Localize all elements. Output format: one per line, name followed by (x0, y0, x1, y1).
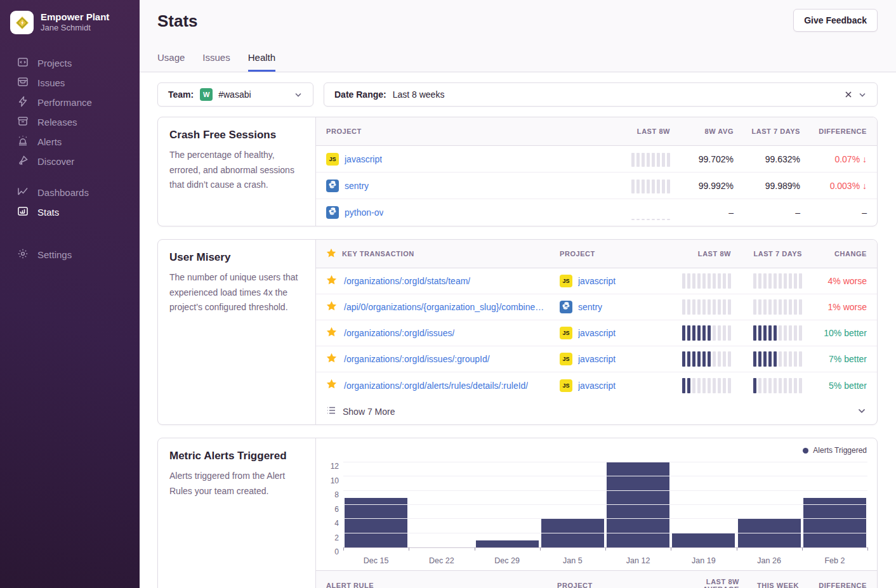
project-icon: JS (326, 153, 339, 166)
org-switcher[interactable]: Empower Plant Jane Schmidt (0, 0, 140, 34)
project-link[interactable]: sentry (578, 302, 602, 312)
show-more-label: Show 7 More (343, 407, 395, 417)
transaction-link[interactable]: /organizations/:orgId/issues/ (344, 328, 454, 338)
projects-icon (17, 56, 29, 70)
project-link[interactable]: javascript (578, 354, 616, 364)
sidebar-item-stats[interactable]: Stats (0, 202, 140, 222)
bar-jan-26[interactable] (738, 519, 801, 547)
last-7-days-value: 99.989% (765, 181, 800, 191)
spark-bar (702, 378, 706, 393)
bar-jan-5[interactable] (541, 519, 604, 547)
spark-bar (753, 351, 756, 367)
sidebar-item-dashboards[interactable]: Dashboards (0, 183, 140, 202)
key-transaction-star-icon[interactable] (326, 275, 337, 288)
transaction-link[interactable]: /organizations/:orgId/alerts/rules/detai… (344, 381, 528, 391)
spark-bar (657, 153, 660, 167)
x-axis-label: Dec 15 (343, 556, 409, 565)
sidebar-item-releases[interactable]: Releases (0, 112, 140, 132)
x-axis-label: Jan 26 (737, 556, 802, 565)
y-axis-label: 2 (334, 533, 339, 542)
chevron-down-icon (857, 405, 867, 417)
show-more-button[interactable]: Show 7 More (316, 398, 877, 424)
key-transaction-star-icon[interactable] (326, 353, 337, 366)
sidebar-item-settings[interactable]: Settings (0, 245, 140, 265)
give-feedback-button[interactable]: Give Feedback (793, 9, 878, 32)
axis-tick (867, 547, 868, 551)
spark-bar (708, 325, 711, 341)
date-range-select[interactable]: Date Range: Last 8 weeks (324, 82, 878, 107)
spark-bar (789, 273, 792, 289)
spark-bar (667, 180, 670, 193)
key-transaction-star-icon[interactable] (326, 379, 337, 392)
transaction-link[interactable]: /api/0/organizations/{organization_slug}… (344, 302, 544, 312)
spark-bar (784, 325, 787, 341)
user-misery-rows: /organizations/:orgId/stats/team/ JS jav… (316, 268, 877, 398)
spark-bar (692, 351, 695, 367)
spark-bar (774, 325, 777, 341)
project-icon: JS (560, 327, 572, 339)
spark-bar (692, 378, 695, 393)
spark-bar (723, 325, 726, 341)
column-difference: DIFFERENCE (819, 582, 867, 588)
sparkline-last-8w (682, 299, 731, 315)
project-link[interactable]: javascript (578, 328, 616, 338)
tab-issues[interactable]: Issues (202, 52, 230, 72)
sidebar-item-issues[interactable]: Issues (0, 73, 140, 93)
y-axis-label: 12 (331, 462, 339, 471)
tab-health[interactable]: Health (248, 52, 275, 72)
project-link[interactable]: javascript (578, 381, 616, 391)
javascript-icon: JS (562, 330, 569, 336)
spark-bar (662, 153, 665, 167)
spark-bar (753, 378, 756, 393)
column-last-8w: LAST 8W (637, 127, 670, 135)
bar-jan-19[interactable] (672, 533, 735, 547)
spark-bar (687, 351, 690, 367)
project-link[interactable]: javascript (345, 154, 382, 164)
bar-slot (343, 462, 409, 547)
sidebar-item-performance[interactable]: Performance (0, 93, 140, 112)
y-axis-label: 8 (334, 490, 339, 499)
table-row: JS sentry 99.992% 99.989% 0.003% ↓ (316, 173, 877, 199)
key-transaction-star-icon[interactable] (326, 301, 337, 314)
bar-jan-12[interactable] (607, 462, 669, 547)
spark-bar (774, 378, 777, 393)
spark-bar (799, 351, 802, 367)
spark-bar (708, 299, 711, 315)
sidebar-item-projects[interactable]: Projects (0, 53, 140, 73)
project-link[interactable]: python-ov (345, 207, 383, 218)
spark-bar (794, 378, 797, 393)
transaction-link[interactable]: /organizations/:orgId/issues/:groupId/ (344, 354, 490, 364)
key-transaction-star-icon[interactable] (326, 327, 337, 340)
sidebar-item-label: Stats (37, 207, 59, 218)
gridline (343, 490, 867, 491)
sidebar-item-label: Releases (37, 117, 77, 127)
user-misery-panel: User Misery The number of unique users t… (157, 239, 878, 425)
tab-usage[interactable]: Usage (157, 52, 185, 72)
project-link[interactable]: sentry (345, 181, 369, 191)
spark-bar (768, 299, 772, 315)
bar-dec-15[interactable] (345, 498, 407, 547)
project-link[interactable]: javascript (578, 276, 616, 286)
org-logo-icon (10, 11, 34, 34)
sparkline-last-8w (631, 152, 670, 167)
sidebar-item-alerts[interactable]: Alerts (0, 132, 140, 152)
spark-bar (753, 299, 756, 315)
spark-bar (758, 273, 761, 289)
axis-tick (475, 547, 475, 551)
sidebar-item-discover[interactable]: Discover (0, 152, 140, 171)
spark-bar (702, 299, 706, 315)
project-icon: JS (560, 275, 572, 287)
sidebar-item-label: Issues (37, 77, 65, 88)
bar-slot (802, 462, 867, 547)
javascript-icon: JS (562, 382, 569, 389)
bar-dec-29[interactable] (476, 540, 539, 547)
bar-feb-2[interactable] (803, 498, 866, 547)
team-select[interactable]: Team: W #wasabi (157, 82, 313, 107)
legend-dot-icon (803, 448, 808, 454)
project-icon: JS (326, 206, 339, 219)
x-axis-label: Dec 22 (409, 556, 474, 565)
project-cell: JS javascript (560, 353, 660, 365)
transaction-link[interactable]: /organizations/:orgId/stats/team/ (344, 276, 470, 286)
project-cell: JS javascript (560, 379, 660, 392)
clear-icon[interactable] (841, 88, 855, 101)
